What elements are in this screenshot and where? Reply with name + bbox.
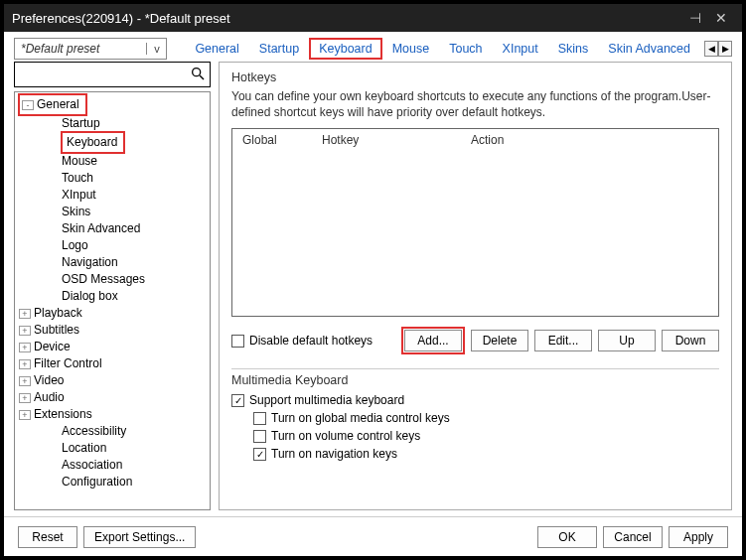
tree-item-audio[interactable]: +Audio: [15, 389, 210, 406]
client-area: *Default preset v GeneralStartupKeyboard…: [4, 32, 742, 556]
multimedia-group: Multimedia Keyboard ✓ Support multimedia…: [231, 368, 719, 461]
tree-item-label: Navigation: [62, 254, 118, 271]
settings-panel: Hotkeys You can define your own keyboard…: [219, 62, 732, 510]
tree-item-xinput[interactable]: XInput: [15, 187, 210, 204]
tab-startup[interactable]: Startup: [249, 38, 309, 60]
tree-item-mouse[interactable]: Mouse: [15, 153, 210, 170]
svg-line-1: [200, 75, 204, 79]
col-action[interactable]: Action: [461, 130, 718, 150]
tree-item-navigation[interactable]: Navigation: [15, 254, 210, 271]
mm-opt-1[interactable]: Turn on volume control keys: [253, 429, 719, 443]
disable-default-hotkeys-checkbox[interactable]: Disable default hotkeys: [231, 334, 373, 348]
tab-xinput[interactable]: XInput: [493, 38, 548, 60]
tree-item-label: Mouse: [62, 153, 97, 170]
tab-general[interactable]: General: [185, 38, 248, 60]
hotkeys-table[interactable]: Global Hotkey Action: [231, 128, 719, 317]
tree-item-label: General: [37, 97, 79, 111]
tree-item-label: XInput: [62, 187, 96, 204]
tree-item-skins[interactable]: Skins: [15, 204, 210, 220]
tab-skins[interactable]: Skins: [548, 38, 599, 60]
add-button[interactable]: Add...: [404, 330, 462, 351]
tree-item-video[interactable]: +Video: [15, 372, 210, 389]
mm-opt-label: Turn on volume control keys: [271, 429, 420, 443]
tab-skin-advanced[interactable]: Skin Advanced: [598, 38, 700, 60]
tree-item-label: Skin Advanced: [62, 220, 140, 237]
search-box[interactable]: [14, 62, 211, 87]
tree-item-keyboard[interactable]: Keyboard: [15, 132, 210, 153]
tree-item-skin-advanced[interactable]: Skin Advanced: [15, 220, 210, 237]
apply-button[interactable]: Apply: [669, 526, 728, 548]
close-icon[interactable]: ✕: [708, 10, 734, 26]
tree-item-device[interactable]: +Device: [15, 339, 210, 355]
search-icon[interactable]: [186, 66, 210, 84]
tree-item-label: Logo: [62, 237, 88, 254]
tree-item-label: Device: [34, 339, 71, 355]
titlebar: Preferences(220914) - *Default preset ⊣ …: [4, 4, 742, 32]
left-pane: -GeneralStartupKeyboardMouseTouchXInputS…: [14, 62, 211, 510]
tree-item-extensions[interactable]: +Extensions: [15, 406, 210, 423]
tab-mouse[interactable]: Mouse: [382, 38, 440, 60]
col-global[interactable]: Global: [232, 130, 312, 150]
tree-expander[interactable]: +: [19, 343, 31, 352]
tree-item-label: Startup: [62, 115, 100, 132]
search-input[interactable]: [15, 68, 186, 81]
mm-opt-label: Turn on navigation keys: [271, 447, 397, 461]
pin-icon[interactable]: ⊣: [682, 10, 708, 26]
tree-item-filter-control[interactable]: +Filter Control: [15, 355, 210, 372]
checkbox-box: [231, 335, 244, 348]
support-mm-checkbox[interactable]: ✓ Support multimedia keyboard: [231, 393, 719, 407]
tree-item-label: Keyboard: [67, 135, 117, 149]
tree-item-startup[interactable]: Startup: [15, 115, 210, 132]
multimedia-group-title: Multimedia Keyboard: [231, 373, 719, 387]
chevron-down-icon[interactable]: v: [146, 43, 166, 55]
export-settings-button[interactable]: Export Settings...: [83, 526, 196, 548]
cancel-button[interactable]: Cancel: [603, 526, 663, 548]
mm-opt-0[interactable]: Turn on global media control keys: [253, 411, 719, 425]
tabs-scroll: ◀ ▶: [704, 41, 732, 57]
tree-item-label: Dialog box: [62, 288, 118, 305]
tab-keyboard[interactable]: Keyboard: [309, 38, 382, 60]
reset-button[interactable]: Reset: [18, 526, 77, 548]
tree-item-label: Video: [34, 372, 64, 389]
mm-opt-label: Turn on global media control keys: [271, 411, 450, 425]
tree-item-touch[interactable]: Touch: [15, 170, 210, 187]
tree-expander[interactable]: +: [19, 376, 31, 386]
tree-item-general[interactable]: -General: [15, 94, 210, 115]
tree-expander[interactable]: +: [19, 326, 31, 336]
checkbox-box: [253, 430, 266, 443]
tab-touch[interactable]: Touch: [439, 38, 492, 60]
tree-item-configuration[interactable]: Configuration: [15, 474, 210, 490]
tabs-bar: GeneralStartupKeyboardMouseTouchXInputSk…: [185, 38, 700, 60]
preset-combobox[interactable]: *Default preset v: [14, 38, 167, 60]
tree-expander[interactable]: +: [19, 393, 31, 403]
tree-item-accessibility[interactable]: Accessibility: [15, 423, 210, 440]
tree-item-playback[interactable]: +Playback: [15, 305, 210, 322]
mm-opt-2[interactable]: ✓Turn on navigation keys: [253, 447, 719, 461]
tree-item-location[interactable]: Location: [15, 440, 210, 457]
delete-button[interactable]: Delete: [471, 330, 528, 351]
checkbox-box: ✓: [253, 448, 266, 461]
hotkeys-rows: [232, 151, 718, 316]
edit-button[interactable]: Edit...: [534, 330, 592, 351]
col-hotkey[interactable]: Hotkey: [312, 130, 461, 150]
up-button[interactable]: Up: [598, 330, 656, 351]
category-tree[interactable]: -GeneralStartupKeyboardMouseTouchXInputS…: [14, 91, 211, 510]
tree-expander[interactable]: -: [22, 100, 34, 110]
tree-expander[interactable]: +: [19, 359, 31, 369]
tabs-scroll-left[interactable]: ◀: [704, 41, 718, 57]
tree-item-label: Touch: [62, 170, 93, 187]
tree-expander[interactable]: +: [19, 410, 31, 420]
footer-bar: Reset Export Settings... OK Cancel Apply: [4, 516, 742, 556]
tree-item-label: Location: [62, 440, 106, 457]
down-button[interactable]: Down: [662, 330, 719, 351]
hotkeys-description: You can define your own keyboard shortcu…: [231, 88, 719, 120]
tree-item-logo[interactable]: Logo: [15, 237, 210, 254]
tree-item-osd-messages[interactable]: OSD Messages: [15, 271, 210, 288]
tree-item-dialog-box[interactable]: Dialog box: [15, 288, 210, 305]
tree-expander[interactable]: +: [19, 309, 31, 319]
ok-button[interactable]: OK: [537, 526, 597, 548]
tree-item-subtitles[interactable]: +Subtitles: [15, 322, 210, 339]
tree-item-label: Skins: [62, 204, 90, 220]
tabs-scroll-right[interactable]: ▶: [718, 41, 732, 57]
tree-item-association[interactable]: Association: [15, 457, 210, 474]
